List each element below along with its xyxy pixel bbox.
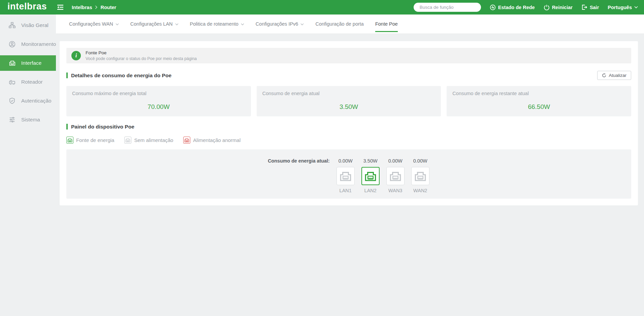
chevron-down-icon xyxy=(634,6,638,8)
monitor-user-icon xyxy=(9,41,15,48)
tab-configuracoes-lan[interactable]: Configurações LAN xyxy=(130,15,179,33)
port-powered-icon xyxy=(66,137,73,144)
refresh-icon xyxy=(602,73,606,78)
chevron-down-icon xyxy=(300,23,304,25)
network-status-button[interactable]: Estado de Rede xyxy=(490,4,535,10)
network-status-label: Estado de Rede xyxy=(498,5,535,10)
legend-powered: Fonte de energia xyxy=(66,137,114,144)
sidebar-item-label: Autenticação xyxy=(21,98,52,104)
card-value: 66.50W xyxy=(452,103,625,111)
port-value: 0.00W xyxy=(413,158,427,164)
ethernet-port-icon[interactable] xyxy=(386,167,405,185)
port-wan2: 0.00W WAN2 xyxy=(411,158,430,193)
card-consumo-atual: Consumo de energia atual 3.50W xyxy=(257,86,441,116)
info-icon: i xyxy=(71,51,81,60)
poe-device-panel: Consumo de energia atual: 0.00W LAN1 3.5… xyxy=(66,149,631,199)
router-icon xyxy=(9,79,15,85)
card-label: Consumo de energia restante atual xyxy=(452,91,625,96)
sidebar-item-autenticacao[interactable]: Autenticação xyxy=(0,93,56,109)
ethernet-port-icon[interactable] xyxy=(361,167,380,185)
ports-consumption-label: Consumo de energia atual: xyxy=(268,158,330,164)
port-wan3: 0.00W WAN3 xyxy=(386,158,405,193)
port-value: 3.50W xyxy=(363,158,378,164)
sidebar-item-monitoramento[interactable]: Monitoramento xyxy=(0,36,56,52)
breadcrumb-chevron-icon xyxy=(95,5,97,9)
card-consumo-maximo: Consumo máximo de energia total 70.00W xyxy=(66,86,251,116)
port-status-legend: Fonte de energia Sem alimentação Aliment… xyxy=(66,137,631,144)
chevron-down-icon xyxy=(241,23,244,25)
restart-button[interactable]: Reiniciar xyxy=(544,4,573,10)
language-label: Português xyxy=(608,5,632,10)
port-name: LAN1 xyxy=(340,188,352,193)
sidebar-item-roteador[interactable]: Roteador xyxy=(0,74,56,90)
port-abnormal-icon xyxy=(183,137,190,144)
refresh-button[interactable]: Atualizar xyxy=(597,71,631,80)
collapse-menu-icon[interactable] xyxy=(54,0,67,15)
breadcrumb: Intelbras Router xyxy=(72,5,116,10)
power-icon xyxy=(544,4,550,10)
logout-label: Sair xyxy=(590,5,599,10)
sliders-icon xyxy=(9,116,15,123)
port-name: WAN2 xyxy=(413,188,427,193)
tab-politica-de-roteamento[interactable]: Politica de roteamento xyxy=(190,15,244,33)
ethernet-port-icon[interactable] xyxy=(336,167,355,185)
sidebar-item-label: Roteador xyxy=(21,79,43,85)
sidebar-item-label: Interface xyxy=(21,60,41,66)
ethernet-port-icon xyxy=(9,60,15,66)
section-title-painel: Painel do dispositivo Poe xyxy=(66,124,134,130)
chevron-down-icon xyxy=(175,23,179,25)
card-label: Consumo de energia atual xyxy=(262,91,436,96)
language-selector[interactable]: Português xyxy=(608,5,638,10)
tab-configuracoes-wan[interactable]: Configurações WAN xyxy=(69,15,119,33)
logout-icon xyxy=(581,4,587,10)
search-input[interactable] xyxy=(420,5,479,10)
sitemap-icon xyxy=(9,22,15,29)
card-value: 3.50W xyxy=(262,103,436,111)
chevron-down-icon xyxy=(116,23,119,25)
ethernet-port-icon[interactable] xyxy=(411,167,429,185)
section-title-consumo: Detalhes de consumo de energia do Poe xyxy=(66,73,171,78)
breadcrumb-current: Router xyxy=(100,5,116,10)
port-value: 0.00W xyxy=(339,158,353,164)
sidebar-item-label: Monitoramento xyxy=(21,41,56,47)
logout-button[interactable]: Sair xyxy=(581,4,599,10)
shield-check-icon xyxy=(9,97,15,104)
sidebar-item-label: Sistema xyxy=(21,117,40,123)
legend-no-power: Sem alimentação xyxy=(124,137,173,144)
port-lan2: 3.50W LAN2 xyxy=(361,158,380,193)
banner-title: Fonte Poe xyxy=(86,50,197,55)
function-search[interactable] xyxy=(414,3,481,12)
tab-configuracao-de-porta[interactable]: Configuração de porta xyxy=(315,15,364,33)
tab-configuracoes-ipv6[interactable]: Configurações IPv6 xyxy=(256,15,304,33)
restart-label: Reiniciar xyxy=(552,5,573,10)
sidebar-item-label: Visão Geral xyxy=(21,22,49,28)
port-name: WAN3 xyxy=(388,188,402,193)
tab-bar: Configurações WAN Configurações LAN Poli… xyxy=(56,15,644,33)
sidebar-item-visao-geral[interactable]: Visão Geral xyxy=(0,18,56,33)
info-banner: i Fonte Poe Você pode configurar o statu… xyxy=(66,48,631,63)
network-status-icon xyxy=(490,4,496,10)
card-consumo-restante: Consumo de energia restante atual 66.50W xyxy=(447,86,631,116)
port-lan1: 0.00W LAN1 xyxy=(336,158,355,193)
port-no-power-icon xyxy=(124,137,131,144)
card-label: Consumo máximo de energia total xyxy=(72,91,245,96)
sidebar-item-sistema[interactable]: Sistema xyxy=(0,112,56,127)
sidebar: Visão Geral Monitoramento Interface Rote… xyxy=(0,15,56,316)
intelbras-logo: intelbras xyxy=(0,1,54,13)
tab-fonte-poe[interactable]: Fonte Poe xyxy=(375,15,398,33)
port-name: LAN2 xyxy=(364,188,377,193)
card-value: 70.00W xyxy=(72,103,245,111)
port-value: 0.00W xyxy=(388,158,402,164)
app-header: intelbras Intelbras Router Estado de Red… xyxy=(0,0,644,15)
sidebar-item-interface[interactable]: Interface xyxy=(0,55,56,71)
content-panel: i Fonte Poe Você pode configurar o statu… xyxy=(60,41,638,205)
legend-abnormal: Alimentação anormal xyxy=(183,137,240,144)
breadcrumb-root[interactable]: Intelbras xyxy=(72,5,92,10)
banner-subtitle: Você pode configurar o status do Poe por… xyxy=(86,56,197,61)
